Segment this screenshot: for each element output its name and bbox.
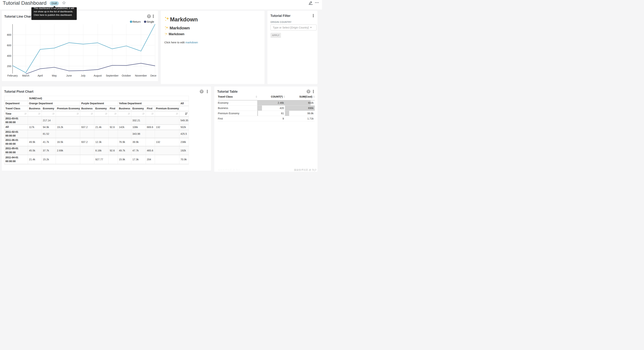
svg-text:800: 800 [7, 33, 11, 36]
svg-text:600: 600 [7, 44, 11, 47]
svg-text:May: May [52, 74, 57, 77]
svg-text:200: 200 [7, 65, 11, 68]
svg-text:June: June [66, 74, 72, 77]
svg-text:November: November [135, 74, 147, 77]
svg-text:August: August [94, 74, 102, 77]
svg-text:September: September [106, 74, 118, 77]
svg-text:Single: Single [146, 20, 154, 23]
svg-text:March: March [22, 74, 30, 77]
svg-text:Dece: Dece [150, 74, 156, 77]
svg-text:October: October [122, 74, 131, 77]
svg-text:February: February [7, 74, 18, 77]
svg-text:400: 400 [7, 54, 11, 57]
svg-text:Return: Return [132, 20, 140, 23]
svg-text:April: April [38, 74, 43, 77]
svg-text:July: July [81, 74, 86, 77]
